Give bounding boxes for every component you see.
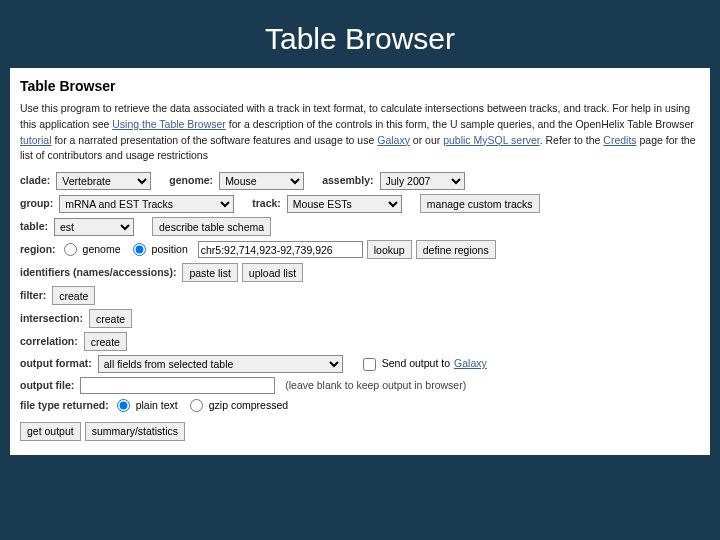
output-file-note: (leave blank to keep output in browser)	[285, 378, 466, 394]
define-regions-button[interactable]: define regions	[416, 240, 496, 259]
position-input[interactable]	[198, 241, 363, 258]
link-mysql-server[interactable]: public MySQL server	[443, 134, 539, 146]
group-select[interactable]: mRNA and EST Tracks	[59, 195, 234, 213]
row-filter: filter: create	[20, 286, 700, 305]
region-position-radio[interactable]	[133, 243, 146, 256]
region-position-label: position	[152, 242, 188, 258]
intro-part5: . Refer to the	[540, 134, 604, 146]
file-type-plain-radio[interactable]	[117, 399, 130, 412]
link-galaxy[interactable]: Galaxy	[377, 134, 410, 146]
link-credits[interactable]: Credits	[603, 134, 636, 146]
upload-list-button[interactable]: upload list	[242, 263, 303, 282]
intro-part2: for a description of the controls in thi…	[226, 118, 694, 130]
output-format-label: output format:	[20, 356, 92, 372]
group-label: group:	[20, 196, 53, 212]
file-type-gzip-label: gzip compressed	[209, 398, 288, 414]
assembly-select[interactable]: July 2007	[380, 172, 465, 190]
link-using-table-browser[interactable]: Using the Table Browser	[112, 118, 226, 130]
clade-select[interactable]: Vertebrate	[56, 172, 151, 190]
row-correlation: correlation: create	[20, 332, 700, 351]
correlation-create-button[interactable]: create	[84, 332, 127, 351]
file-type-label: file type returned:	[20, 398, 109, 414]
intro-part4: or our	[410, 134, 443, 146]
clade-label: clade:	[20, 173, 50, 189]
output-file-label: output file:	[20, 378, 74, 394]
slide-title: Table Browser	[0, 0, 720, 68]
file-type-gzip-radio[interactable]	[190, 399, 203, 412]
send-output-checkbox[interactable]	[363, 358, 376, 371]
row-clade-genome-assembly: clade: Vertebrate genome: Mouse assembly…	[20, 172, 700, 190]
lookup-button[interactable]: lookup	[367, 240, 412, 259]
region-genome-radio[interactable]	[64, 243, 77, 256]
correlation-label: correlation:	[20, 334, 78, 350]
intersection-create-button[interactable]: create	[89, 309, 132, 328]
row-group-track: group: mRNA and EST Tracks track: Mouse …	[20, 194, 700, 213]
track-label: track:	[252, 196, 281, 212]
panel-title: Table Browser	[20, 76, 700, 97]
describe-table-schema-button[interactable]: describe table schema	[152, 217, 271, 236]
send-output-label: Send output to	[382, 356, 450, 372]
row-identifiers: identifiers (names/accessions): paste li…	[20, 263, 700, 282]
filter-create-button[interactable]: create	[52, 286, 95, 305]
identifiers-label: identifiers (names/accessions):	[20, 265, 176, 281]
row-table: table: est describe table schema	[20, 217, 700, 236]
paste-list-button[interactable]: paste list	[182, 263, 237, 282]
row-actions: get output summary/statistics	[20, 422, 700, 441]
genome-select[interactable]: Mouse	[219, 172, 304, 190]
row-output-format: output format: all fields from selected …	[20, 355, 700, 373]
manage-custom-tracks-button[interactable]: manage custom tracks	[420, 194, 540, 213]
table-browser-panel: Table Browser Use this program to retrie…	[10, 68, 710, 455]
row-intersection: intersection: create	[20, 309, 700, 328]
output-format-select[interactable]: all fields from selected table	[98, 355, 343, 373]
intro-part3: for a narrated presentation of the softw…	[52, 134, 378, 146]
row-output-file: output file: (leave blank to keep output…	[20, 377, 700, 394]
summary-statistics-button[interactable]: summary/statistics	[85, 422, 185, 441]
table-label: table:	[20, 219, 48, 235]
intersection-label: intersection:	[20, 311, 83, 327]
output-file-input[interactable]	[80, 377, 275, 394]
assembly-label: assembly:	[322, 173, 373, 189]
genome-label: genome:	[169, 173, 213, 189]
row-file-type: file type returned: plain text gzip comp…	[20, 398, 700, 414]
send-output-galaxy-link[interactable]: Galaxy	[454, 356, 487, 372]
table-select[interactable]: est	[54, 218, 134, 236]
get-output-button[interactable]: get output	[20, 422, 81, 441]
intro-text: Use this program to retrieve the data as…	[20, 101, 700, 164]
region-label: region:	[20, 242, 56, 258]
track-select[interactable]: Mouse ESTs	[287, 195, 402, 213]
filter-label: filter:	[20, 288, 46, 304]
link-tutorial[interactable]: tutorial	[20, 134, 52, 146]
row-region: region: genome position lookup define re…	[20, 240, 700, 259]
region-genome-label: genome	[83, 242, 121, 258]
file-type-plain-label: plain text	[136, 398, 178, 414]
